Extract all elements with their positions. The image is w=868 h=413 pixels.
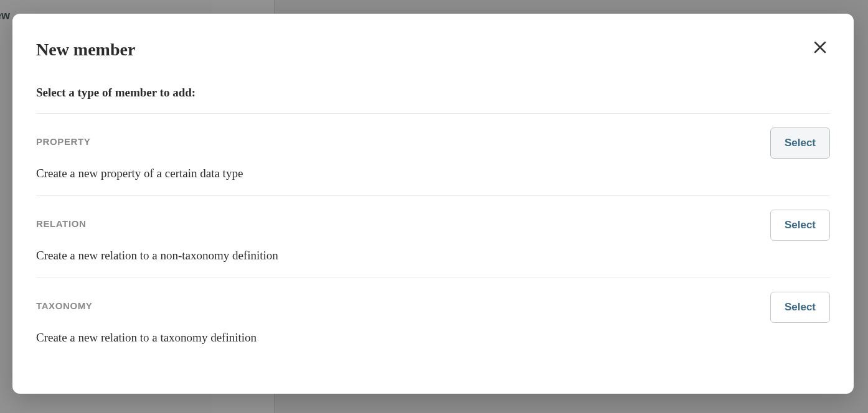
modal-header: New member xyxy=(36,40,830,60)
option-row-taxonomy: TAXONOMY Create a new relation to a taxo… xyxy=(36,278,830,360)
option-label: RELATION xyxy=(36,218,770,229)
option-text: TAXONOMY Create a new relation to a taxo… xyxy=(36,292,770,345)
option-row-property: PROPERTY Create a new property of a cert… xyxy=(36,114,830,196)
option-label: TAXONOMY xyxy=(36,300,770,311)
option-text: PROPERTY Create a new property of a cert… xyxy=(36,128,770,180)
option-description: Create a new relation to a non-taxonomy … xyxy=(36,249,770,262)
close-button[interactable] xyxy=(810,37,830,57)
new-member-modal: New member Select a type of member to ad… xyxy=(12,14,854,394)
option-label: PROPERTY xyxy=(36,136,770,147)
option-description: Create a new property of a certain data … xyxy=(36,167,770,180)
option-row-relation: RELATION Create a new relation to a non-… xyxy=(36,196,830,278)
select-button-property[interactable]: Select xyxy=(770,128,830,159)
modal-title: New member xyxy=(36,40,135,60)
select-button-taxonomy[interactable]: Select xyxy=(770,292,830,323)
close-icon xyxy=(813,40,828,55)
select-button-relation[interactable]: Select xyxy=(770,210,830,241)
modal-subtitle: Select a type of member to add: xyxy=(36,86,830,114)
option-description: Create a new relation to a taxonomy defi… xyxy=(36,331,770,345)
option-text: RELATION Create a new relation to a non-… xyxy=(36,210,770,262)
